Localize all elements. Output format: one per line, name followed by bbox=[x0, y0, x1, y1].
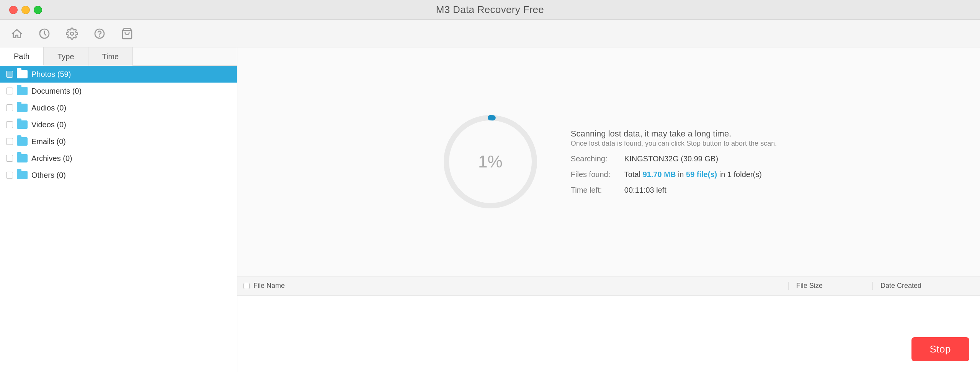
list-item[interactable]: Photos (59) bbox=[0, 66, 237, 83]
list-item[interactable]: Emails (0) bbox=[0, 133, 237, 150]
progress-percentage: 1% bbox=[478, 152, 503, 171]
files-found-prefix: Total bbox=[624, 170, 643, 179]
file-label: Archives (0) bbox=[31, 154, 72, 163]
col-name-header: File Name bbox=[237, 282, 789, 290]
folder-icon bbox=[17, 120, 28, 129]
select-all-checkbox[interactable] bbox=[243, 283, 250, 289]
file-table: File Name File Size Date Created bbox=[237, 276, 980, 372]
scan-info-area: 1% Scanning lost data, it may take a lon… bbox=[237, 47, 980, 276]
file-label: Audios (0) bbox=[31, 104, 66, 112]
scan-row-files: Files found: Total 91.70 MB in 59 file(s… bbox=[571, 170, 777, 179]
home-icon[interactable] bbox=[9, 26, 24, 41]
folder-icon bbox=[17, 70, 28, 78]
list-item[interactable]: Videos (0) bbox=[0, 116, 237, 133]
left-panel: Path Type Time Photos (59) Documents (0)… bbox=[0, 47, 237, 372]
list-item[interactable]: Others (0) bbox=[0, 167, 237, 184]
col-size-label: File Size bbox=[796, 282, 823, 289]
titlebar: M3 Data Recovery Free bbox=[0, 0, 980, 20]
window-title: M3 Data Recovery Free bbox=[436, 4, 544, 16]
checkbox[interactable] bbox=[6, 172, 13, 179]
close-button[interactable] bbox=[9, 6, 18, 14]
file-label: Others (0) bbox=[31, 171, 66, 180]
scan-row-time: Time left: 00:11:03 left bbox=[571, 186, 777, 195]
searching-label: Searching: bbox=[571, 154, 621, 163]
checkbox[interactable] bbox=[6, 88, 13, 94]
list-item[interactable]: Documents (0) bbox=[0, 83, 237, 99]
history-icon[interactable] bbox=[37, 26, 52, 41]
file-table-body bbox=[237, 296, 980, 372]
folder-icon bbox=[17, 137, 28, 146]
toolbar bbox=[0, 20, 980, 47]
settings-icon[interactable] bbox=[64, 26, 80, 41]
maximize-button[interactable] bbox=[34, 6, 42, 14]
checkbox[interactable] bbox=[6, 71, 13, 78]
file-label: Emails (0) bbox=[31, 137, 66, 146]
file-label: Videos (0) bbox=[31, 120, 66, 129]
col-size-header: File Size bbox=[789, 282, 873, 290]
col-date-header: Date Created bbox=[873, 282, 980, 290]
file-table-header: File Name File Size Date Created bbox=[237, 276, 980, 296]
time-left-value: 00:11:03 left bbox=[624, 186, 666, 195]
tab-bar: Path Type Time bbox=[0, 47, 237, 66]
right-panel: 1% Scanning lost data, it may take a lon… bbox=[237, 47, 980, 372]
minimize-button[interactable] bbox=[21, 6, 30, 14]
folder-icon bbox=[17, 171, 28, 179]
svg-point-1 bbox=[70, 32, 74, 35]
files-found-value: Total 91.70 MB in 59 file(s) in 1 folder… bbox=[624, 170, 762, 179]
files-found-suffix: in 1 folder(s) bbox=[717, 170, 762, 179]
col-name-label: File Name bbox=[253, 282, 285, 290]
list-item[interactable]: Archives (0) bbox=[0, 150, 237, 167]
list-item[interactable]: Audios (0) bbox=[0, 99, 237, 116]
svg-point-3 bbox=[99, 36, 100, 36]
folder-icon bbox=[17, 154, 28, 162]
checkbox[interactable] bbox=[6, 138, 13, 145]
files-found-count: 59 file(s) bbox=[686, 170, 717, 179]
tab-type[interactable]: Type bbox=[44, 47, 88, 66]
cart-icon[interactable] bbox=[119, 26, 135, 41]
files-found-middle: in bbox=[676, 170, 686, 179]
scan-message-secondary: Once lost data is found, you can click S… bbox=[571, 140, 777, 148]
scan-row-searching: Searching: KINGSTON32G (30.99 GB) bbox=[571, 154, 777, 163]
col-date-label: Date Created bbox=[880, 282, 921, 289]
main-area: Path Type Time Photos (59) Documents (0)… bbox=[0, 47, 980, 372]
progress-circle: 1% bbox=[441, 112, 540, 211]
folder-icon bbox=[17, 87, 28, 95]
files-found-label: Files found: bbox=[571, 170, 621, 179]
searching-value: KINGSTON32G (30.99 GB) bbox=[624, 154, 718, 163]
stop-button[interactable]: Stop bbox=[911, 337, 970, 361]
folder-icon bbox=[17, 104, 28, 112]
scan-details: Scanning lost data, it may take a long t… bbox=[571, 129, 777, 195]
files-found-size: 91.70 MB bbox=[643, 170, 676, 179]
checkbox[interactable] bbox=[6, 121, 13, 128]
file-label: Photos (59) bbox=[31, 70, 71, 79]
checkbox[interactable] bbox=[6, 155, 13, 162]
window-controls bbox=[9, 6, 42, 14]
time-left-label: Time left: bbox=[571, 186, 621, 195]
checkbox[interactable] bbox=[6, 104, 13, 111]
help-icon[interactable] bbox=[92, 26, 107, 41]
tab-path[interactable]: Path bbox=[0, 47, 44, 66]
tab-time[interactable]: Time bbox=[88, 47, 133, 66]
file-list: Photos (59) Documents (0) Audios (0) Vid… bbox=[0, 66, 237, 372]
file-label: Documents (0) bbox=[31, 87, 82, 96]
scan-message-primary: Scanning lost data, it may take a long t… bbox=[571, 129, 777, 139]
